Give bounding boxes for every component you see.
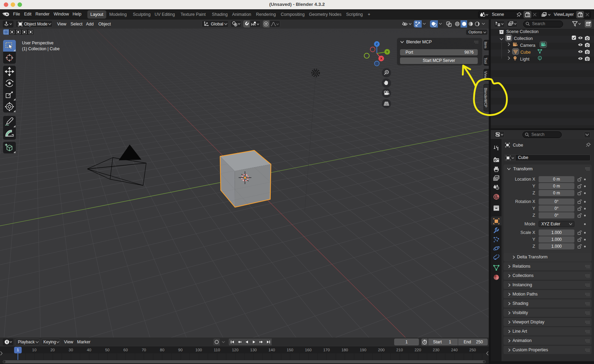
svg-text:Z: Z [376, 42, 378, 46]
svg-text:X: X [380, 56, 382, 60]
svg-text:Y: Y [386, 50, 389, 54]
